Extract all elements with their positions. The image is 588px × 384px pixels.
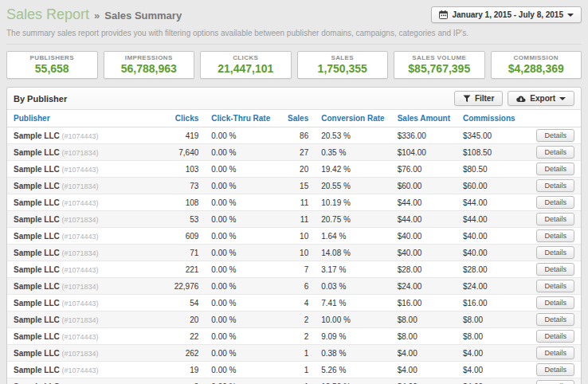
cell-sales-amount: $44.00 xyxy=(391,211,457,228)
cell-details: Details xyxy=(530,345,581,362)
cell-clicks: 71 xyxy=(160,245,205,261)
details-button[interactable]: Details xyxy=(536,129,574,142)
publisher-name: Sample LLC xyxy=(14,299,60,308)
cell-conversion-rate: 5.26 % xyxy=(315,362,390,378)
cell-clicks: 73 xyxy=(160,178,205,194)
cell-sales-amount: $28.00 xyxy=(391,261,457,278)
cell-sales: 11 xyxy=(276,194,315,211)
details-button[interactable]: Details xyxy=(536,330,574,343)
cell-publisher: Sample LLC (#1071834) xyxy=(7,345,160,362)
column-header-sales[interactable]: Sales xyxy=(276,110,315,127)
details-button[interactable]: Details xyxy=(536,296,574,309)
panel-header: By Publisher Filter Export xyxy=(7,88,581,110)
cell-publisher: Sample LLC (#1074443) xyxy=(7,362,160,378)
cell-sales: 10 xyxy=(276,245,315,261)
details-button[interactable]: Details xyxy=(536,213,574,225)
cell-publisher: Sample LLC (#1071834) xyxy=(7,245,160,261)
date-range-picker[interactable]: January 1, 2015 - July 8, 2015 xyxy=(431,6,582,23)
cell-publisher: Sample LLC (#1074443) xyxy=(7,295,160,312)
cell-publisher: Sample LLC (#1071834) xyxy=(7,278,160,295)
cell-details: Details xyxy=(530,127,581,144)
table-row: Sample LLC (#1071834)22,9760.00 %60.03 %… xyxy=(7,278,581,295)
cell-clicks: 7,640 xyxy=(160,144,205,161)
details-button[interactable]: Details xyxy=(536,313,574,326)
column-header-conversion-rate[interactable]: Conversion Rate xyxy=(315,110,390,127)
cell-click-thru-rate: 0.00 % xyxy=(205,295,276,312)
cell-sales: 27 xyxy=(276,144,315,161)
cell-click-thru-rate: 0.00 % xyxy=(205,261,276,278)
details-button[interactable]: Details xyxy=(536,196,574,209)
cell-clicks: 20 xyxy=(160,312,205,328)
table-row: Sample LLC (#1074443)1080.00 %1110.19 %$… xyxy=(7,194,581,211)
cell-sales-amount: $4.00 xyxy=(391,345,457,362)
cell-click-thru-rate: 0.00 % xyxy=(205,362,276,378)
cell-commissions: $40.00 xyxy=(457,228,530,245)
cell-click-thru-rate: 0.00 % xyxy=(205,194,276,211)
cell-sales-amount: $336.00 xyxy=(391,127,457,144)
details-button[interactable]: Details xyxy=(536,263,574,276)
export-button-label: Export xyxy=(530,94,555,103)
details-button[interactable]: Details xyxy=(536,380,574,384)
table-row: Sample LLC (#1071834)530.00 %1120.75 %$4… xyxy=(7,211,581,228)
details-button[interactable]: Details xyxy=(536,347,574,359)
publisher-name: Sample LLC xyxy=(14,349,60,358)
stat-commission: COMMISSION $4,288,369 xyxy=(491,51,582,79)
breadcrumb-separator: » xyxy=(94,10,100,22)
details-button[interactable]: Details xyxy=(536,163,574,175)
publisher-id: (#1074443) xyxy=(62,300,99,308)
column-header-publisher[interactable]: Publisher xyxy=(7,110,160,127)
cell-publisher: Sample LLC (#1071834) xyxy=(7,312,160,328)
cell-details: Details xyxy=(530,261,581,278)
export-download-icon xyxy=(516,95,526,103)
publisher-id: (#1071834) xyxy=(62,350,99,358)
table-header: Publisher Clicks Click-Thru Rate Sales C… xyxy=(7,110,581,127)
cell-clicks: 221 xyxy=(160,261,205,278)
publisher-id: (#1071834) xyxy=(62,283,99,291)
details-button[interactable]: Details xyxy=(536,179,574,192)
cell-details: Details xyxy=(530,278,581,295)
stat-value: $85,767,395 xyxy=(394,62,484,75)
details-button[interactable]: Details xyxy=(536,229,574,242)
stat-value: 1,750,355 xyxy=(298,62,388,75)
breadcrumb-current: Sales Summary xyxy=(104,10,182,22)
cell-commissions: $4.00 xyxy=(457,378,530,384)
cell-conversion-rate: 10.19 % xyxy=(315,194,390,211)
cell-sales: 1 xyxy=(276,378,315,384)
cell-details: Details xyxy=(530,295,581,312)
cell-publisher: Sample LLC (#1071834) xyxy=(7,178,160,194)
publisher-id: (#1074443) xyxy=(62,132,99,140)
stat-label: IMPRESSIONS xyxy=(104,54,194,61)
publisher-id: (#1071834) xyxy=(62,249,99,257)
cell-commissions: $8.00 xyxy=(457,312,530,328)
column-header-commissions[interactable]: Commissions xyxy=(457,110,530,127)
stat-value: 56,788,963 xyxy=(104,62,194,75)
column-header-click-thru-rate[interactable]: Click-Thru Rate xyxy=(205,110,276,127)
filter-button-label: Filter xyxy=(475,94,494,103)
cell-publisher: Sample LLC (#1071834) xyxy=(7,211,160,228)
cell-sales: 4 xyxy=(276,295,315,312)
cell-commissions: $8.00 xyxy=(457,328,530,345)
cell-click-thru-rate: 0.00 % xyxy=(205,378,276,384)
cell-click-thru-rate: 0.00 % xyxy=(205,228,276,245)
publisher-name: Sample LLC xyxy=(14,198,60,207)
details-button[interactable]: Details xyxy=(536,280,574,292)
details-button[interactable]: Details xyxy=(536,246,574,259)
table-row: Sample LLC (#1071834)200.00 %210.00 %$8.… xyxy=(7,312,581,328)
cell-sales: 1 xyxy=(276,345,315,362)
export-button[interactable]: Export xyxy=(508,91,574,106)
table-row: Sample LLC (#1071834)80.00 %112.50 %$4.0… xyxy=(7,378,581,384)
publisher-name: Sample LLC xyxy=(14,366,60,374)
cell-sales: 2 xyxy=(276,312,315,328)
calendar-icon xyxy=(439,10,448,19)
cell-publisher: Sample LLC (#1074443) xyxy=(7,228,160,245)
details-button[interactable]: Details xyxy=(536,363,574,376)
cell-commissions: $44.00 xyxy=(457,194,530,211)
sales-report-page: Sales Report » Sales Summary January 1, … xyxy=(0,0,588,384)
column-header-sales-amount[interactable]: Sales Amount xyxy=(391,110,457,127)
filter-button[interactable]: Filter xyxy=(454,91,503,106)
cell-click-thru-rate: 0.00 % xyxy=(205,345,276,362)
details-button[interactable]: Details xyxy=(536,146,574,159)
table-row: Sample LLC (#1074443)4190.00 %8620.53 %$… xyxy=(7,127,581,144)
table-row: Sample LLC (#1074443)540.00 %47.41 %$16.… xyxy=(7,295,581,312)
column-header-clicks[interactable]: Clicks xyxy=(160,110,205,127)
